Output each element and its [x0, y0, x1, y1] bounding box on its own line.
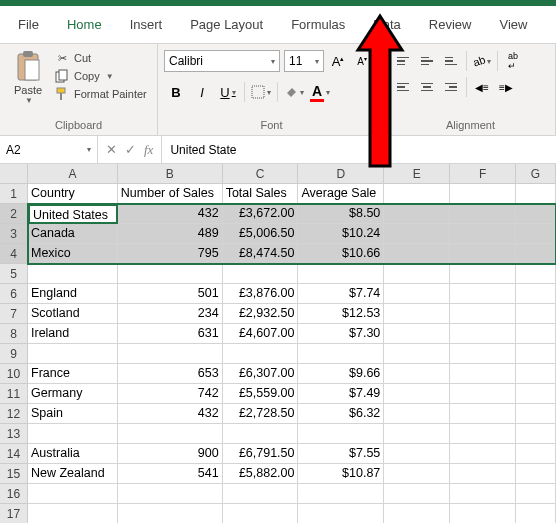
cell[interactable]: Australia: [28, 444, 118, 464]
cell[interactable]: [516, 184, 556, 204]
borders-button[interactable]: ▾: [249, 85, 273, 99]
cell[interactable]: [118, 264, 223, 284]
underline-button[interactable]: U▾: [216, 80, 240, 104]
row-header[interactable]: 2: [0, 204, 28, 224]
cell[interactable]: [516, 344, 556, 364]
cell[interactable]: [516, 204, 556, 224]
cell[interactable]: [516, 304, 556, 324]
cell[interactable]: [516, 484, 556, 504]
cell[interactable]: £8,474.50: [223, 244, 299, 264]
cell[interactable]: [28, 264, 118, 284]
cell[interactable]: [28, 424, 118, 444]
cell[interactable]: £2,728.50: [223, 404, 299, 424]
align-right-button[interactable]: [440, 76, 462, 98]
cell[interactable]: $10.87: [298, 464, 384, 484]
cell[interactable]: [450, 204, 516, 224]
select-all-corner[interactable]: [0, 164, 28, 184]
cell[interactable]: [28, 344, 118, 364]
cell[interactable]: [450, 184, 516, 204]
cell[interactable]: [298, 344, 384, 364]
cell[interactable]: [450, 304, 516, 324]
cell[interactable]: [450, 224, 516, 244]
cell[interactable]: Number of Sales: [118, 184, 223, 204]
tab-formulas[interactable]: Formulas: [277, 9, 359, 40]
cell[interactable]: [384, 184, 450, 204]
bold-button[interactable]: B: [164, 80, 188, 104]
cell[interactable]: [516, 264, 556, 284]
increase-indent-button[interactable]: ≡▶: [495, 76, 517, 98]
cell[interactable]: [516, 444, 556, 464]
cell[interactable]: [118, 504, 223, 523]
row-header[interactable]: 16: [0, 484, 28, 504]
cell[interactable]: [384, 404, 450, 424]
cell[interactable]: [516, 404, 556, 424]
row-header[interactable]: 17: [0, 504, 28, 523]
row-header[interactable]: 15: [0, 464, 28, 484]
increase-font-button[interactable]: A▴: [328, 50, 348, 72]
cell[interactable]: Spain: [28, 404, 118, 424]
cell[interactable]: [384, 424, 450, 444]
cell[interactable]: Scotland: [28, 304, 118, 324]
column-header[interactable]: A: [28, 164, 118, 184]
cell[interactable]: [450, 384, 516, 404]
cell[interactable]: [516, 464, 556, 484]
row-header[interactable]: 7: [0, 304, 28, 324]
cell[interactable]: $7.30: [298, 324, 384, 344]
cell[interactable]: $7.49: [298, 384, 384, 404]
decrease-font-button[interactable]: A▾: [352, 50, 372, 72]
orientation-button[interactable]: ab▾: [471, 50, 493, 72]
column-header[interactable]: F: [450, 164, 516, 184]
italic-button[interactable]: I: [190, 80, 214, 104]
cell[interactable]: £5,882.00: [223, 464, 299, 484]
row-header[interactable]: 13: [0, 424, 28, 444]
cell[interactable]: [516, 324, 556, 344]
copy-button[interactable]: Copy ▼: [54, 68, 147, 84]
column-header[interactable]: D: [298, 164, 384, 184]
cell[interactable]: [298, 424, 384, 444]
cell[interactable]: [516, 364, 556, 384]
formula-bar[interactable]: United State: [161, 136, 556, 163]
cell[interactable]: Average Sale: [298, 184, 384, 204]
cell[interactable]: 432: [118, 204, 223, 224]
tab-review[interactable]: Review: [415, 9, 486, 40]
cell[interactable]: 489: [118, 224, 223, 244]
font-size-select[interactable]: 11 ▾: [284, 50, 324, 72]
cell[interactable]: [223, 424, 299, 444]
cell[interactable]: England: [28, 284, 118, 304]
column-header[interactable]: E: [384, 164, 450, 184]
cell[interactable]: [28, 484, 118, 504]
cell[interactable]: [516, 224, 556, 244]
cell[interactable]: [384, 504, 450, 523]
cell[interactable]: Ireland: [28, 324, 118, 344]
tab-file[interactable]: File: [4, 9, 53, 40]
cell[interactable]: $9.66: [298, 364, 384, 384]
row-header[interactable]: 10: [0, 364, 28, 384]
cell[interactable]: [450, 424, 516, 444]
cell[interactable]: [384, 224, 450, 244]
cell[interactable]: 631: [118, 324, 223, 344]
cell[interactable]: [384, 204, 450, 224]
row-header[interactable]: 11: [0, 384, 28, 404]
cell[interactable]: $7.55: [298, 444, 384, 464]
tab-view[interactable]: View: [485, 9, 541, 40]
align-left-button[interactable]: [392, 76, 414, 98]
cell[interactable]: [384, 304, 450, 324]
tab-data[interactable]: Data: [359, 9, 414, 40]
align-middle-button[interactable]: [416, 50, 438, 72]
column-header[interactable]: G: [516, 164, 556, 184]
enter-formula-button[interactable]: ✓: [125, 142, 136, 157]
cell[interactable]: [298, 264, 384, 284]
cell[interactable]: [384, 484, 450, 504]
cell[interactable]: $7.74: [298, 284, 384, 304]
spreadsheet-grid[interactable]: ABCDEFG 1234567891011121314151617 United…: [0, 164, 556, 523]
cell[interactable]: £6,791.50: [223, 444, 299, 464]
column-header[interactable]: B: [118, 164, 223, 184]
cancel-formula-button[interactable]: ✕: [106, 142, 117, 157]
align-center-button[interactable]: [416, 76, 438, 98]
cell[interactable]: [516, 424, 556, 444]
row-header[interactable]: 4: [0, 244, 28, 264]
cell[interactable]: [450, 244, 516, 264]
cell[interactable]: [384, 264, 450, 284]
cell[interactable]: [450, 284, 516, 304]
cell[interactable]: [516, 244, 556, 264]
